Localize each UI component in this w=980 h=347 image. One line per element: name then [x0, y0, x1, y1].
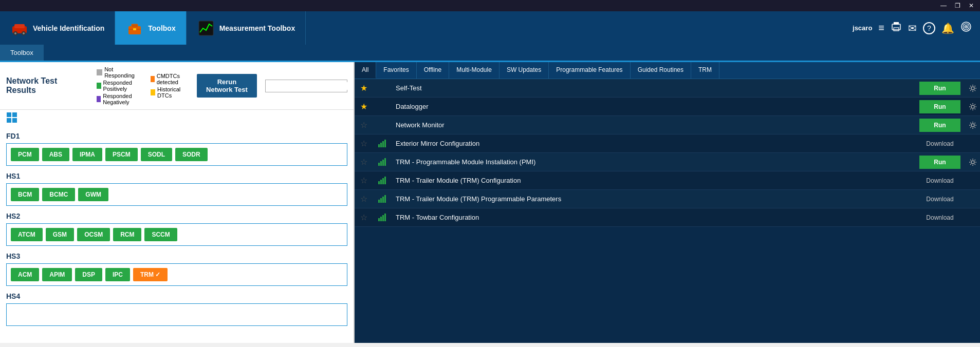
help-icon[interactable]: ? — [923, 22, 935, 34]
toolbox-row: ☆TRM - Trailer Module (TRM) Programmable… — [355, 190, 980, 208]
toolbox-tab-programmable-features[interactable]: Programmable Features — [549, 62, 630, 79]
minimize-button[interactable]: — — [938, 2, 949, 9]
star-button[interactable]: ☆ — [355, 194, 373, 204]
svg-point-24 — [971, 124, 974, 127]
gear-icon[interactable] — [966, 84, 980, 92]
download-button[interactable]: Download — [922, 211, 957, 224]
secondary-nav: Toolbox — [0, 45, 980, 62]
menu-icon[interactable]: ≡ — [878, 22, 884, 34]
toolbox-list: ★Self-TestRun★DataloggerRun☆Network Moni… — [355, 79, 980, 343]
close-button[interactable]: ✕ — [967, 2, 976, 9]
maximize-button[interactable]: ❐ — [953, 2, 963, 9]
module-btn-bcmc[interactable]: BCMC — [42, 188, 75, 201]
toolbox-tab-sw-updates[interactable]: SW Updates — [500, 62, 549, 79]
run-button[interactable]: Run — [919, 156, 960, 169]
toolbox-tab-all[interactable]: All — [355, 62, 376, 79]
module-btn-ocsm[interactable]: OCSM — [77, 228, 110, 241]
left-panel: Network Test Results Not Responding Resp… — [0, 62, 355, 343]
signal-icon[interactable] — [960, 21, 972, 35]
action-col: Download — [914, 211, 966, 224]
legend-dot-yellow — [151, 89, 156, 95]
toolbox-item-name: Network Monitor — [392, 117, 914, 133]
module-btn-acm[interactable]: ACM — [11, 268, 39, 281]
module-btn-sodl[interactable]: SODL — [141, 148, 172, 161]
module-btn-sccm[interactable]: SCCM — [144, 228, 177, 241]
bell-icon[interactable]: 🔔 — [941, 22, 954, 34]
search-box[interactable]: 🔍 — [265, 80, 347, 92]
svg-point-23 — [971, 105, 974, 108]
toolbox-row: ☆TRM - Towbar ConfigurationDownload — [355, 208, 980, 227]
toolbox-tab-guided-routines[interactable]: Guided Routines — [631, 62, 691, 79]
grid-toggle[interactable] — [0, 110, 354, 128]
tab-toolbox[interactable]: Toolbox — [115, 11, 186, 45]
svg-rect-29 — [378, 163, 380, 166]
run-button[interactable]: Run — [919, 100, 960, 113]
module-btn-sodr[interactable]: SODR — [175, 148, 208, 161]
toolbox-tab-multi-module[interactable]: Multi-Module — [449, 62, 500, 79]
tab-vehicle-identification[interactable]: Vehicle Identification — [0, 11, 115, 45]
network-title: Network Test Results — [6, 76, 88, 95]
toolbox-item-name: Self-Test — [392, 80, 914, 96]
module-btn-abs[interactable]: ABS — [42, 148, 69, 161]
gear-icon[interactable] — [966, 121, 980, 129]
star-button[interactable]: ★ — [355, 83, 373, 93]
mail-icon[interactable]: ✉ — [908, 22, 917, 34]
star-button[interactable]: ☆ — [355, 120, 373, 130]
signal-icon — [373, 176, 392, 185]
module-btn-dsp[interactable]: DSP — [75, 268, 102, 281]
group-label: HS3 — [6, 252, 347, 260]
signal-icon — [373, 195, 392, 204]
legend-dtcs: CMDTCs detected Historical DTCs — [151, 73, 189, 99]
gear-icon[interactable] — [966, 103, 980, 111]
signal-icon — [373, 139, 392, 148]
module-btn-rcm[interactable]: RCM — [113, 228, 141, 241]
module-btn-pscm[interactable]: PSCM — [105, 148, 138, 161]
star-button[interactable]: ☆ — [355, 139, 373, 148]
svg-point-5 — [23, 32, 25, 34]
svg-rect-43 — [380, 217, 382, 221]
module-btn-bcm[interactable]: BCM — [11, 188, 39, 201]
svg-rect-42 — [378, 218, 380, 221]
legend-cmddtcs: CMDTCs detected — [151, 73, 189, 85]
run-button[interactable]: Run — [919, 119, 960, 132]
module-btn-ipma[interactable]: IPMA — [72, 148, 102, 161]
download-button[interactable]: Download — [922, 192, 957, 206]
toolbox-tab-trm[interactable]: TRM — [691, 62, 719, 79]
svg-rect-7 — [132, 24, 138, 27]
svg-rect-21 — [12, 118, 17, 123]
rerun-network-test-button[interactable]: Rerun Network Test — [197, 74, 257, 98]
module-btn-atcm[interactable]: ATCM — [11, 228, 43, 241]
tab-measurement-toolbox[interactable]: Measurement Toolbox — [187, 11, 306, 45]
star-button[interactable]: ☆ — [355, 157, 373, 167]
module-btn-gsm[interactable]: GSM — [46, 228, 74, 241]
svg-rect-31 — [382, 160, 384, 166]
gear-icon[interactable] — [966, 158, 980, 166]
legend-dot-orange — [151, 76, 155, 82]
search-input[interactable] — [270, 82, 355, 90]
toolbox-tab-offline[interactable]: Offline — [417, 62, 449, 79]
print-icon[interactable] — [891, 21, 902, 35]
download-button[interactable]: Download — [922, 174, 957, 187]
main-content: Network Test Results Not Responding Resp… — [0, 62, 980, 343]
window-controls: — ❐ ✕ — [938, 2, 976, 9]
module-btn-gwm[interactable]: GWM — [78, 188, 108, 201]
legend: Not Responding Responded Positively Resp… — [97, 66, 142, 105]
star-button[interactable]: ★ — [355, 102, 373, 111]
star-button[interactable]: ☆ — [355, 176, 373, 185]
star-button[interactable]: ☆ — [355, 213, 373, 222]
measurement-tab-label: Measurement Toolbox — [219, 24, 295, 32]
download-button[interactable]: Download — [922, 137, 957, 150]
module-btn-pcm[interactable]: PCM — [11, 148, 39, 161]
module-btn-ipc[interactable]: IPC — [105, 268, 130, 281]
module-btn-trm--[interactable]: TRM ✓ — [133, 268, 168, 281]
svg-rect-39 — [380, 198, 382, 203]
group-label: HS1 — [6, 172, 347, 180]
secondary-tab-toolbox[interactable]: Toolbox — [0, 45, 44, 61]
run-button[interactable]: Run — [919, 82, 960, 95]
action-col: Run — [914, 82, 966, 95]
module-btn-apim[interactable]: APIM — [42, 268, 72, 281]
svg-rect-40 — [382, 197, 384, 203]
toolbox-row: ★Self-TestRun — [355, 79, 980, 98]
toolbox-tab-favorites[interactable]: Favorites — [376, 62, 416, 79]
svg-rect-10 — [199, 21, 213, 35]
